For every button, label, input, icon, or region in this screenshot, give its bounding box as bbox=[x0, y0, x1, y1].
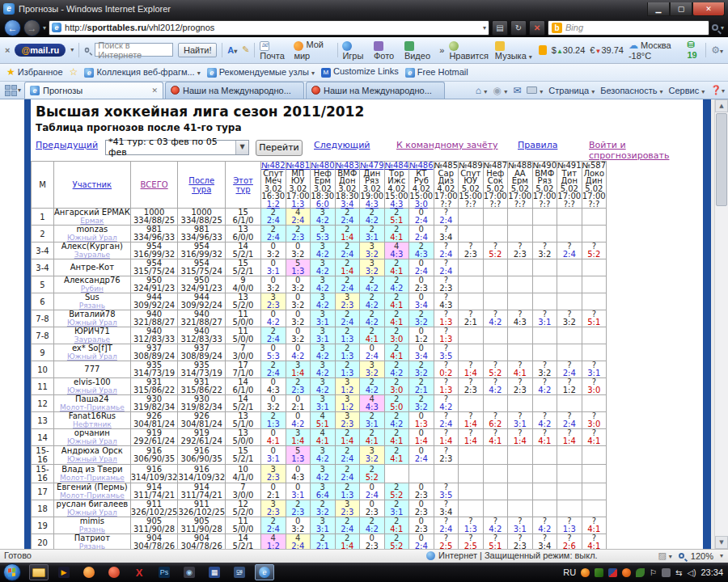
prediction-cell[interactable]: 03:1 bbox=[261, 446, 286, 465]
close-button[interactable]: ✕ bbox=[692, 2, 725, 16]
prediction-cell[interactable]: ?2:3 bbox=[434, 446, 459, 465]
prediction-cell[interactable]: 22:1 bbox=[409, 378, 434, 395]
prediction-score[interactable]: 2:4 bbox=[434, 268, 459, 276]
prediction-score[interactable]: 3:2 bbox=[286, 285, 311, 293]
prediction-score[interactable]: 1:4 bbox=[459, 369, 483, 377]
prediction-score[interactable]: 1:4 bbox=[286, 369, 311, 377]
prediction-score[interactable]: 3:4 bbox=[409, 352, 434, 361]
start-button[interactable] bbox=[3, 563, 21, 581]
prediction-score[interactable]: 3:1 bbox=[261, 455, 286, 463]
prediction-cell[interactable]: 24:2 bbox=[360, 378, 385, 395]
prediction-score[interactable]: 2:4 bbox=[261, 369, 286, 377]
prediction-cell[interactable]: 22:3 bbox=[286, 226, 311, 242]
windows-explorer-icon[interactable] bbox=[29, 564, 49, 580]
prediction-cell[interactable]: 02:3 bbox=[360, 534, 385, 549]
prediction-score[interactable]: 1:3 bbox=[434, 335, 459, 344]
x-app-icon[interactable]: X bbox=[129, 564, 149, 580]
prediction-score[interactable]: 2:1 bbox=[286, 403, 311, 411]
prediction-cell[interactable]: 21:3 bbox=[261, 412, 286, 429]
prediction-score[interactable]: 3:0 bbox=[582, 420, 607, 428]
network-icon[interactable]: ⇆ bbox=[675, 568, 682, 577]
prediction-cell[interactable]: 25:1 bbox=[384, 209, 409, 226]
prediction-cell[interactable]: ?3:2 bbox=[532, 242, 557, 259]
prediction-score[interactable]: 2:3 bbox=[508, 542, 532, 549]
prediction-cell[interactable]: 32:3 bbox=[335, 500, 360, 517]
prediction-score[interactable]: 1:3 bbox=[261, 420, 286, 428]
rss-icon[interactable]: ◉ ▾ bbox=[493, 85, 507, 96]
prediction-score[interactable]: 4:2 bbox=[311, 352, 335, 361]
back-button[interactable]: ← bbox=[4, 19, 21, 36]
prediction-cell[interactable]: ?1:4 bbox=[459, 361, 484, 378]
club-link[interactable]: Южный Урал bbox=[54, 455, 130, 463]
weather-widget[interactable]: ☁ Москва -18°C bbox=[629, 40, 683, 61]
prediction-cell[interactable]: 23:1 bbox=[384, 500, 409, 517]
refresh-button[interactable]: ↻ bbox=[510, 20, 527, 36]
prediction-cell[interactable]: 44:3 bbox=[384, 242, 409, 259]
prediction-score[interactable]: 3:5 bbox=[434, 352, 459, 361]
prediction-cell[interactable]: ?2:3 bbox=[459, 378, 484, 395]
prediction-score[interactable]: 2:3 bbox=[409, 491, 434, 500]
prediction-cell[interactable]: ?2:3 bbox=[508, 534, 533, 549]
stop-button[interactable]: ✕ bbox=[529, 20, 545, 36]
prediction-score[interactable]: 2:4 bbox=[336, 217, 360, 225]
prediction-score[interactable]: 1:3 bbox=[336, 335, 360, 344]
club-link[interactable]: Южный Урал bbox=[54, 386, 130, 394]
prediction-cell[interactable]: 22:4 bbox=[335, 446, 360, 465]
prediction-cell[interactable]: 22:3 bbox=[286, 500, 311, 517]
prediction-cell[interactable]: ?5:2 bbox=[483, 242, 508, 259]
prediction-score[interactable]: 6:4 bbox=[311, 491, 335, 500]
prediction-score[interactable]: 4:3 bbox=[360, 403, 384, 411]
prediction-cell[interactable]: 02:3 bbox=[409, 276, 434, 293]
scrollbar-thumb[interactable] bbox=[716, 113, 727, 206]
prediction-cell[interactable]: 22:4 bbox=[335, 242, 360, 259]
favorites-button[interactable]: ★ Избранное bbox=[6, 66, 63, 78]
games-button[interactable]: Игры bbox=[342, 40, 369, 60]
agent-tray-icon[interactable] bbox=[581, 568, 590, 577]
prediction-cell[interactable]: 04:3 bbox=[286, 465, 311, 483]
prediction-cell[interactable]: 23:2 bbox=[409, 361, 434, 378]
prediction-score[interactable]: 1:4 bbox=[336, 268, 360, 276]
prediction-score[interactable]: 2:5 bbox=[434, 542, 459, 549]
prediction-score[interactable]: 1:3 bbox=[286, 268, 311, 276]
prediction-cell[interactable]: ?3:4 bbox=[434, 500, 459, 517]
prediction-score[interactable]: 3:1 bbox=[261, 268, 286, 276]
prediction-cell[interactable]: ?3:4 bbox=[532, 534, 557, 549]
toolbar-settings-icon[interactable]: ⚙▾ bbox=[711, 44, 723, 56]
prediction-score[interactable]: 3:2 bbox=[360, 251, 384, 259]
col-header-participant[interactable]: Участник bbox=[54, 161, 131, 209]
prediction-score[interactable]: 3:2 bbox=[261, 285, 286, 293]
prediction-score[interactable]: 4:1 bbox=[533, 437, 557, 445]
prediction-cell[interactable]: 21:3 bbox=[335, 483, 360, 500]
print-icon[interactable]: ▾ bbox=[527, 86, 543, 95]
prediction-score[interactable]: 4:1 bbox=[385, 268, 409, 276]
prediction-score[interactable]: 2:4 bbox=[409, 217, 434, 225]
prediction-score[interactable]: 3:2 bbox=[286, 335, 311, 344]
search-dropdown-icon[interactable]: ▾ bbox=[721, 24, 724, 32]
prediction-score[interactable]: 4:2 bbox=[533, 420, 557, 428]
prediction-cell[interactable]: ?4:2 bbox=[532, 378, 557, 395]
prediction-score[interactable]: 4:2 bbox=[385, 285, 409, 293]
prediction-cell[interactable]: 23:2 bbox=[409, 395, 434, 412]
prediction-score[interactable]: 2:1 bbox=[459, 318, 483, 327]
prediction-score[interactable]: 4:2 bbox=[360, 525, 384, 534]
search-icon[interactable] bbox=[712, 24, 718, 31]
prediction-cell[interactable]: ?4:1 bbox=[582, 429, 607, 446]
prediction-score[interactable]: 4:2 bbox=[360, 302, 384, 310]
prediction-cell[interactable]: 01:2 bbox=[409, 327, 434, 344]
prediction-cell[interactable]: 22:1 bbox=[311, 534, 336, 549]
prediction-cell[interactable]: 32:3 bbox=[335, 412, 360, 429]
clock[interactable]: 23:34 bbox=[700, 567, 723, 577]
antivirus-tray-icon[interactable] bbox=[595, 568, 603, 577]
prediction-score[interactable]: 1:4 bbox=[557, 437, 582, 445]
prediction-score[interactable]: 3:0 bbox=[385, 335, 409, 344]
prediction-score[interactable]: 5:2 bbox=[582, 251, 607, 259]
prediction-cell[interactable]: ?1:3 bbox=[434, 310, 459, 327]
prediction-cell[interactable]: 03:2 bbox=[286, 293, 311, 310]
prediction-score[interactable]: 3:2 bbox=[261, 251, 286, 259]
prediction-score[interactable]: 3:2 bbox=[360, 268, 384, 276]
help-icon[interactable]: ❓▾ bbox=[710, 85, 725, 95]
prediction-cell[interactable]: 03:1 bbox=[261, 259, 286, 276]
prediction-cell[interactable]: 31:4 bbox=[286, 361, 311, 378]
prediction-score[interactable]: 5:2 bbox=[385, 491, 409, 500]
match-header-481[interactable]: №481МПЮУ3.0217:001:3 bbox=[286, 161, 311, 209]
